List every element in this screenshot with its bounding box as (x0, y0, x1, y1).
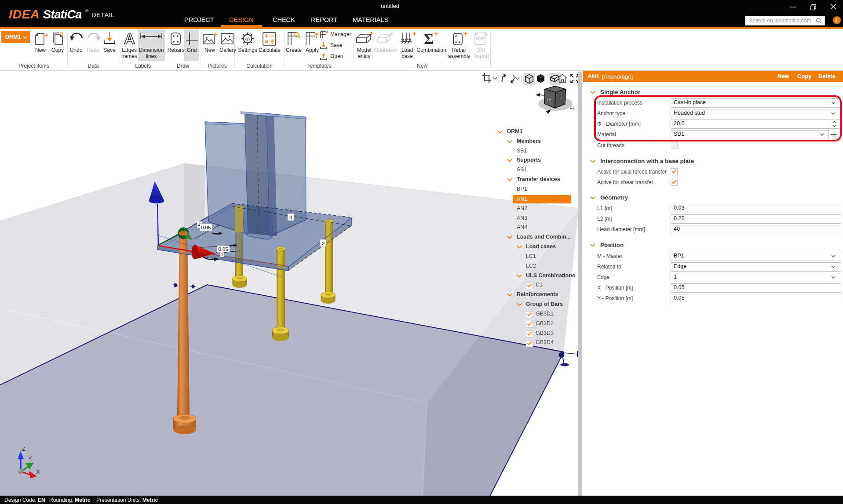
svg-text:IDEA: IDEA (9, 8, 40, 21)
svg-text:Z: Z (22, 446, 26, 452)
svg-text:DETAIL: DETAIL (91, 11, 115, 18)
svg-text:Σ: Σ (424, 31, 434, 46)
svg-text:®: ® (85, 9, 88, 13)
svg-text:+Y: +Y (547, 98, 551, 102)
svg-text:A: A (124, 32, 135, 46)
svg-text:z: z (560, 96, 562, 99)
svg-text:3: 3 (289, 215, 292, 220)
svg-text:DXF: DXF (476, 36, 485, 41)
svg-text:0.05: 0.05 (219, 247, 228, 252)
svg-text:2: 2 (322, 241, 325, 246)
svg-text:‹/›: ‹/› (245, 36, 250, 42)
svg-text:Y: Y (28, 455, 32, 462)
svg-text:1: 1 (221, 252, 223, 257)
svg-text:0.05: 0.05 (201, 225, 211, 230)
svg-text:StatiCa: StatiCa (43, 8, 82, 21)
svg-text:X: X (36, 468, 40, 475)
